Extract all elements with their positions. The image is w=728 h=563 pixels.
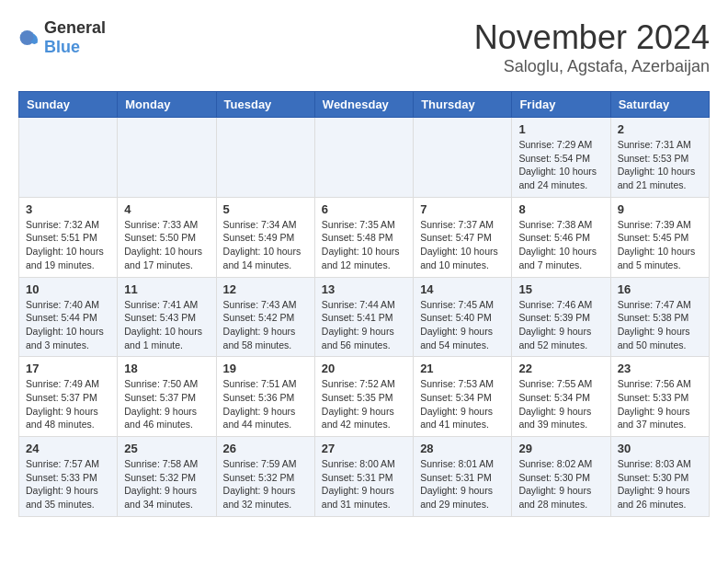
day-info: Sunrise: 7:53 AMSunset: 5:34 PMDaylight:…	[420, 377, 505, 431]
day-number: 12	[223, 282, 308, 296]
calendar-table: Sunday Monday Tuesday Wednesday Thursday…	[18, 91, 710, 517]
day-number: 28	[420, 442, 505, 455]
table-row: 27Sunrise: 8:00 AMSunset: 5:31 PMDayligh…	[314, 437, 413, 517]
logo-blue: Blue	[44, 38, 80, 56]
logo: General Blue	[18, 18, 106, 57]
day-number: 18	[124, 362, 209, 375]
table-row: 1Sunrise: 7:29 AMSunset: 5:54 PMDaylight…	[512, 118, 610, 198]
title-section: November 2024 Saloglu, Agstafa, Azerbaij…	[474, 18, 710, 76]
day-number: 21	[420, 362, 505, 375]
table-row	[118, 118, 216, 198]
day-info: Sunrise: 7:33 AMSunset: 5:50 PMDaylight:…	[124, 218, 209, 272]
table-row: 19Sunrise: 7:51 AMSunset: 5:36 PMDayligh…	[216, 357, 314, 437]
day-number: 8	[518, 202, 603, 216]
day-info: Sunrise: 8:00 AMSunset: 5:31 PMDaylight:…	[322, 457, 406, 511]
table-row: 30Sunrise: 8:03 AMSunset: 5:30 PMDayligh…	[610, 437, 709, 517]
table-row	[414, 118, 512, 198]
table-row: 10Sunrise: 7:40 AMSunset: 5:44 PMDayligh…	[19, 277, 118, 357]
table-row: 26Sunrise: 7:59 AMSunset: 5:32 PMDayligh…	[216, 437, 314, 517]
day-info: Sunrise: 7:50 AMSunset: 5:37 PMDaylight:…	[124, 377, 209, 431]
table-row: 24Sunrise: 7:57 AMSunset: 5:33 PMDayligh…	[19, 437, 118, 517]
day-info: Sunrise: 7:40 AMSunset: 5:44 PMDaylight:…	[26, 298, 110, 352]
day-number: 29	[518, 442, 603, 455]
day-number: 10	[26, 282, 110, 296]
day-number: 27	[322, 442, 406, 455]
table-row: 18Sunrise: 7:50 AMSunset: 5:37 PMDayligh…	[118, 357, 216, 437]
day-number: 9	[618, 202, 702, 216]
day-number: 24	[26, 442, 110, 455]
header-tuesday: Tuesday	[216, 92, 314, 118]
table-row: 21Sunrise: 7:53 AMSunset: 5:34 PMDayligh…	[414, 357, 512, 437]
day-number: 16	[618, 282, 702, 296]
week-row-1: 1Sunrise: 7:29 AMSunset: 5:54 PMDaylight…	[19, 118, 710, 198]
location-subtitle: Saloglu, Agstafa, Azerbaijan	[474, 57, 710, 76]
day-info: Sunrise: 8:02 AMSunset: 5:30 PMDaylight:…	[518, 457, 603, 511]
day-info: Sunrise: 7:52 AMSunset: 5:35 PMDaylight:…	[322, 377, 406, 431]
header-thursday: Thursday	[414, 92, 512, 118]
table-row: 13Sunrise: 7:44 AMSunset: 5:41 PMDayligh…	[314, 277, 413, 357]
day-number: 15	[518, 282, 603, 296]
table-row: 14Sunrise: 7:45 AMSunset: 5:40 PMDayligh…	[414, 277, 512, 357]
table-row: 25Sunrise: 7:58 AMSunset: 5:32 PMDayligh…	[118, 437, 216, 517]
day-info: Sunrise: 8:03 AMSunset: 5:30 PMDaylight:…	[618, 457, 702, 511]
day-number: 11	[124, 282, 209, 296]
header-sunday: Sunday	[19, 92, 118, 118]
week-row-5: 24Sunrise: 7:57 AMSunset: 5:33 PMDayligh…	[19, 437, 710, 517]
day-info: Sunrise: 7:58 AMSunset: 5:32 PMDaylight:…	[124, 457, 209, 511]
header-friday: Friday	[512, 92, 610, 118]
day-number: 7	[420, 202, 505, 216]
month-title: November 2024	[474, 18, 710, 57]
week-row-3: 10Sunrise: 7:40 AMSunset: 5:44 PMDayligh…	[19, 277, 710, 357]
table-row: 29Sunrise: 8:02 AMSunset: 5:30 PMDayligh…	[512, 437, 610, 517]
table-row: 4Sunrise: 7:33 AMSunset: 5:50 PMDaylight…	[118, 197, 216, 277]
table-row: 12Sunrise: 7:43 AMSunset: 5:42 PMDayligh…	[216, 277, 314, 357]
day-info: Sunrise: 7:37 AMSunset: 5:47 PMDaylight:…	[420, 218, 505, 272]
table-row	[216, 118, 314, 198]
day-number: 4	[124, 202, 209, 216]
day-info: Sunrise: 7:59 AMSunset: 5:32 PMDaylight:…	[223, 457, 308, 511]
day-info: Sunrise: 7:29 AMSunset: 5:54 PMDaylight:…	[518, 138, 603, 192]
day-info: Sunrise: 7:32 AMSunset: 5:51 PMDaylight:…	[26, 218, 110, 272]
table-row: 3Sunrise: 7:32 AMSunset: 5:51 PMDaylight…	[19, 197, 118, 277]
day-info: Sunrise: 7:41 AMSunset: 5:43 PMDaylight:…	[124, 298, 209, 352]
table-row: 6Sunrise: 7:35 AMSunset: 5:48 PMDaylight…	[314, 197, 413, 277]
table-row	[314, 118, 413, 198]
day-info: Sunrise: 7:38 AMSunset: 5:46 PMDaylight:…	[518, 218, 603, 272]
day-info: Sunrise: 7:44 AMSunset: 5:41 PMDaylight:…	[322, 298, 406, 352]
table-row: 20Sunrise: 7:52 AMSunset: 5:35 PMDayligh…	[314, 357, 413, 437]
day-number: 2	[618, 122, 702, 136]
week-row-4: 17Sunrise: 7:49 AMSunset: 5:37 PMDayligh…	[19, 357, 710, 437]
day-number: 26	[223, 442, 308, 455]
day-info: Sunrise: 7:56 AMSunset: 5:33 PMDaylight:…	[618, 377, 702, 431]
day-number: 3	[26, 202, 110, 216]
day-number: 1	[518, 122, 603, 136]
day-number: 14	[420, 282, 505, 296]
day-number: 22	[518, 362, 603, 375]
day-info: Sunrise: 7:47 AMSunset: 5:38 PMDaylight:…	[618, 298, 702, 352]
page-header: General Blue November 2024 Saloglu, Agst…	[18, 18, 710, 76]
table-row	[19, 118, 118, 198]
day-info: Sunrise: 7:31 AMSunset: 5:53 PMDaylight:…	[618, 138, 702, 192]
table-row: 2Sunrise: 7:31 AMSunset: 5:53 PMDaylight…	[610, 118, 709, 198]
day-info: Sunrise: 7:45 AMSunset: 5:40 PMDaylight:…	[420, 298, 505, 352]
calendar-header-row: Sunday Monday Tuesday Wednesday Thursday…	[19, 92, 710, 118]
table-row: 16Sunrise: 7:47 AMSunset: 5:38 PMDayligh…	[610, 277, 709, 357]
day-info: Sunrise: 7:39 AMSunset: 5:45 PMDaylight:…	[618, 218, 702, 272]
day-number: 20	[322, 362, 406, 375]
table-row: 17Sunrise: 7:49 AMSunset: 5:37 PMDayligh…	[19, 357, 118, 437]
day-info: Sunrise: 7:55 AMSunset: 5:34 PMDaylight:…	[518, 377, 603, 431]
table-row: 5Sunrise: 7:34 AMSunset: 5:49 PMDaylight…	[216, 197, 314, 277]
table-row: 7Sunrise: 7:37 AMSunset: 5:47 PMDaylight…	[414, 197, 512, 277]
table-row: 28Sunrise: 8:01 AMSunset: 5:31 PMDayligh…	[414, 437, 512, 517]
table-row: 8Sunrise: 7:38 AMSunset: 5:46 PMDaylight…	[512, 197, 610, 277]
week-row-2: 3Sunrise: 7:32 AMSunset: 5:51 PMDaylight…	[19, 197, 710, 277]
day-info: Sunrise: 7:49 AMSunset: 5:37 PMDaylight:…	[26, 377, 110, 431]
day-info: Sunrise: 7:43 AMSunset: 5:42 PMDaylight:…	[223, 298, 308, 352]
day-info: Sunrise: 8:01 AMSunset: 5:31 PMDaylight:…	[420, 457, 505, 511]
day-info: Sunrise: 7:35 AMSunset: 5:48 PMDaylight:…	[322, 218, 406, 272]
day-number: 6	[322, 202, 406, 216]
day-info: Sunrise: 7:51 AMSunset: 5:36 PMDaylight:…	[223, 377, 308, 431]
logo-text: General Blue	[44, 18, 106, 57]
table-row: 23Sunrise: 7:56 AMSunset: 5:33 PMDayligh…	[610, 357, 709, 437]
day-info: Sunrise: 7:57 AMSunset: 5:33 PMDaylight:…	[26, 457, 110, 511]
